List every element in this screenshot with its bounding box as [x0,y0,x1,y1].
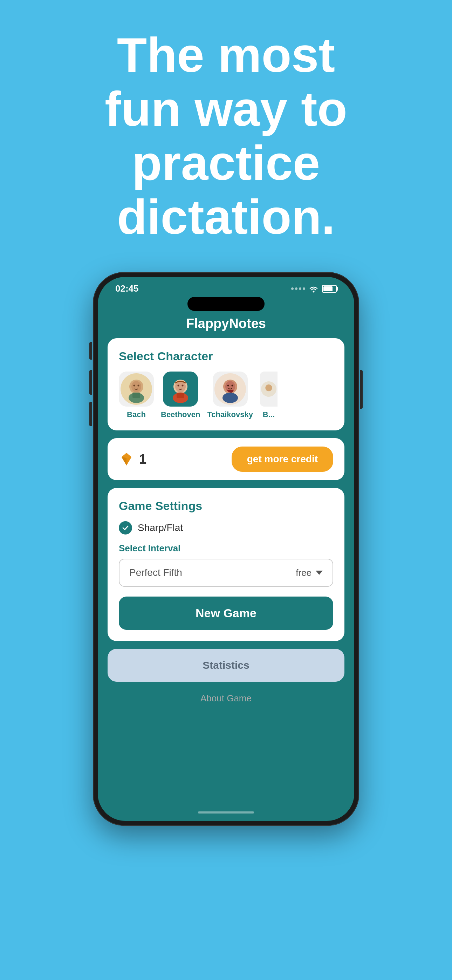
hero-section: The most fun way to practice dictation. [0,0,452,265]
game-settings-title: Game Settings [119,499,333,513]
character-section-title: Select Character [119,350,333,363]
chevron-down-icon [316,571,323,575]
character-name-beethoven: Beethoven [161,410,200,419]
character-tchaikovsky[interactable]: Tchaikovsky [207,372,253,419]
diamond-icon [119,452,134,467]
volume-button-top [89,342,92,360]
character-avatar-beethoven [163,372,198,407]
character-selection-card: Select Character [108,338,344,430]
svg-point-22 [265,385,272,391]
character-bach[interactable]: Bach [119,372,154,419]
about-game-button[interactable]: About Game [108,687,344,714]
screen-content[interactable]: Select Character [98,338,354,807]
character-beethoven[interactable]: Beethoven [161,372,200,419]
sharp-flat-checkbox[interactable] [119,521,132,535]
svg-point-4 [134,385,135,387]
statistics-button[interactable]: Statistics [108,649,344,682]
status-icons [291,285,337,293]
new-game-button[interactable]: New Game [119,597,333,630]
character-avatar-tchaikovsky [213,372,248,407]
svg-rect-7 [132,393,140,398]
home-indicator [98,807,354,821]
hero-line1: The most [117,27,335,83]
phone-wrapper: 02:45 [0,265,452,826]
volume-button-mid [89,402,92,426]
svg-point-18 [227,385,229,387]
character-brahms[interactable]: B... [260,372,277,419]
svg-point-12 [182,385,184,387]
svg-rect-14 [177,393,184,398]
svg-point-11 [178,385,180,387]
svg-point-20 [223,393,238,403]
svg-point-5 [138,385,140,387]
credit-amount: 1 [119,452,146,467]
hero-line3: practice dictation. [117,135,335,244]
svg-point-19 [231,385,233,387]
phone-device: 02:45 [93,272,359,826]
home-bar [198,811,254,813]
game-settings-card: Game Settings Sharp/Flat Select Interval… [108,488,344,641]
status-time: 02:45 [115,283,139,294]
sharp-flat-row[interactable]: Sharp/Flat [119,521,333,535]
status-bar: 02:45 [98,277,354,297]
svg-marker-26 [126,457,131,466]
battery-icon [322,285,337,293]
character-avatar-brahms [260,372,277,407]
sharp-flat-label: Sharp/Flat [138,522,183,533]
interval-select-dropdown[interactable]: Perfect Fifth free [119,559,333,587]
wifi-icon [309,285,318,293]
svg-marker-24 [122,453,131,458]
signal-icon [291,287,305,290]
interval-tag: free [296,568,312,578]
app-title: FlappyNotes [98,313,354,338]
hero-text: The most fun way to practice dictation. [0,0,452,265]
character-name-brahms: B... [263,410,275,419]
credit-number: 1 [139,452,146,467]
character-avatar-bach [119,372,154,407]
get-credit-button[interactable]: get more credit [232,447,333,472]
phone-screen: 02:45 [98,277,354,821]
character-name-tchaikovsky: Tchaikovsky [207,410,253,419]
credit-card: 1 get more credit [108,438,344,480]
select-interval-label: Select Interval [119,543,333,554]
svg-point-3 [131,381,141,392]
interval-value: Perfect Fifth [129,567,182,578]
character-name-bach: Bach [127,410,146,419]
svg-point-0 [313,291,315,292]
interval-right: free [296,568,323,578]
characters-row: Bach [119,372,333,419]
hero-line2: fun way to [105,81,347,136]
dynamic-island [188,297,264,311]
svg-marker-25 [122,457,126,466]
